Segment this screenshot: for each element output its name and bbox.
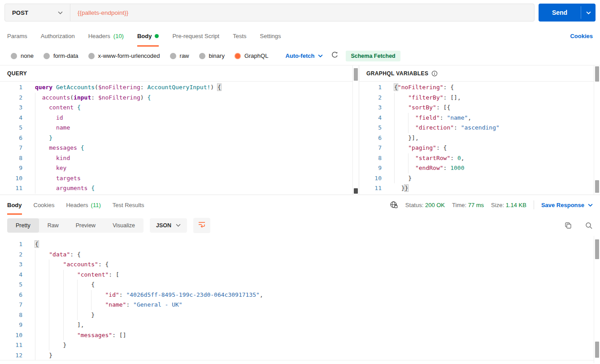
size-value: 1.14 KB [506,202,526,208]
tab-count: (11) [91,202,101,208]
query-scrollbar[interactable] [352,65,359,195]
line-number: 3 [0,260,28,270]
line-number: 8 [359,153,387,164]
response-body-viewer[interactable]: 1{2"data": {3"accounts": {4"content": [5… [0,236,600,363]
format-dropdown[interactable]: JSON [150,218,187,233]
status-pair: Status: 200 OK [405,202,445,208]
time-pair: Time: 77 ms [452,202,484,208]
info-icon[interactable] [431,70,438,77]
response-toolbar: PrettyRawPreviewVisualize JSON [0,215,600,236]
line-number: 10 [359,173,387,184]
response-tab-cookies[interactable]: Cookies [34,195,55,215]
view-tab-pretty[interactable]: Pretty [7,218,39,233]
cookies-link[interactable]: Cookies [570,33,593,39]
line-number: 3 [359,103,387,113]
line-number: 3 [0,103,28,113]
variables-editor[interactable]: 1{"noFiltering": {2"filterBy": [],3"sort… [359,82,600,195]
body-modified-dot [155,34,159,38]
status-label: Status: [405,202,423,208]
url-input[interactable]: {{pallets-endpoint}} [70,9,135,16]
tab-params[interactable]: Params [7,25,27,47]
response-tab-body[interactable]: Body [7,195,22,215]
radio-icon [11,53,17,59]
response-tab-test-results[interactable]: Test Results [113,195,144,215]
tab-headers[interactable]: Headers(10) [88,25,124,47]
view-tab-visualize[interactable]: Visualize [104,218,143,233]
tab-pre-request-script[interactable]: Pre-request Script [172,25,219,47]
body-type-binary[interactable]: binary [199,52,225,59]
code-line: 3"sortBy": [{ [359,103,600,113]
body-type-raw[interactable]: raw [170,52,189,59]
view-tab-raw[interactable]: Raw [39,218,67,233]
variables-scrollbar[interactable] [594,65,600,195]
chevron-down-icon [176,224,181,227]
view-tab-preview[interactable]: Preview [67,218,104,233]
globe-lock-icon[interactable] [389,200,398,209]
radio-icon [170,53,176,59]
code-line: 4"field": "name", [359,113,600,123]
body-type-label: raw [180,52,189,59]
query-pane-header: QUERY [0,65,359,82]
copy-icon[interactable] [564,221,572,230]
line-number: 4 [0,270,28,280]
tab-tests[interactable]: Tests [233,25,246,47]
line-number: 5 [359,123,387,133]
code-line: 1{ [0,239,600,250]
variables-pane-header: GRAPHQL VARIABLES [359,65,600,82]
send-button[interactable]: Send [539,4,596,22]
save-response-button[interactable]: Save Response [541,202,593,208]
body-type-graphql[interactable]: GraphQL [235,52,268,59]
code-line: 5{ [0,280,600,290]
code-line: 2"data": { [0,250,600,260]
chevron-down-icon [586,11,591,14]
scrollbar-thumb[interactable] [354,68,358,81]
line-number: 8 [0,310,28,321]
scrollbar-thumb[interactable] [595,66,599,82]
line-number: 2 [0,93,28,103]
body-type-label: binary [209,52,225,59]
refresh-schema-button[interactable] [331,51,339,61]
line-number: 10 [0,330,28,341]
code-line: 9"endRow": 1000 [359,163,600,173]
line-number: 1 [0,82,28,93]
scrollbar-thumb[interactable] [354,188,358,194]
scrollbar-thumb[interactable] [595,180,599,193]
code-line: 2"filterBy": [], [359,93,600,103]
query-editor[interactable]: 1query GetAccounts($noFiltering: Account… [0,82,359,195]
line-number: 9 [0,163,28,173]
autofetch-dropdown[interactable]: Auto-fetch [285,52,323,59]
method-dropdown[interactable]: POST [5,4,70,21]
time-label: Time: [452,202,466,208]
search-icon[interactable] [585,221,593,230]
code-line: 8} [0,310,600,321]
line-number: 7 [0,143,28,153]
code-line: 10 targets [0,173,359,184]
line-number: 2 [359,93,387,103]
body-type-none[interactable]: none [11,52,34,59]
scrollbar-thumb[interactable] [595,342,599,358]
response-tab-headers[interactable]: Headers(11) [66,195,100,215]
line-number: 5 [0,280,28,290]
send-options-button[interactable] [581,4,596,22]
wrap-lines-button[interactable] [193,218,210,233]
code-line: 1query GetAccounts($noFiltering: Account… [0,82,359,93]
query-title: QUERY [7,70,27,77]
response-scrollbar[interactable] [594,236,600,363]
tab-settings[interactable]: Settings [260,25,281,47]
graphql-editors: QUERY 1query GetAccounts($noFiltering: A… [0,65,600,195]
tab-body[interactable]: Body [137,25,159,47]
line-number: 6 [0,290,28,300]
line-number: 11 [0,340,28,351]
autofetch-label: Auto-fetch [285,52,314,59]
scrollbar-thumb[interactable] [595,239,599,259]
horizontal-scrollbar[interactable] [0,360,594,363]
body-type-x-www-form-urlencoded[interactable]: x-www-form-urlencoded [88,52,160,59]
line-number: 5 [0,123,28,133]
body-type-form-data[interactable]: form-data [43,52,78,59]
code-line: 7 messages { [0,143,359,153]
refresh-icon [331,51,339,61]
code-line: 5 name [0,123,359,133]
tab-authorization[interactable]: Authorization [41,25,75,47]
code-line: 4 id [0,113,359,123]
code-line: 2accounts(input: $noFiltering) { [0,93,359,103]
